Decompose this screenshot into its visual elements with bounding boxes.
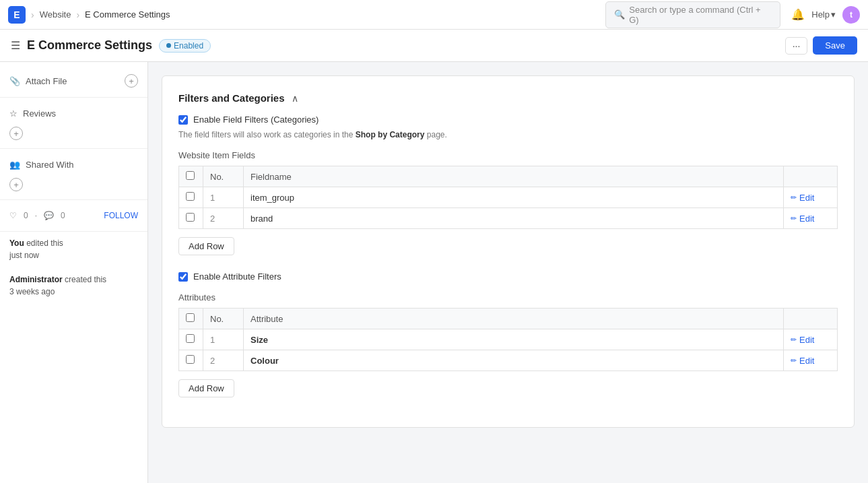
divider-2 (0, 148, 147, 149)
main-content: Filters and Categories ∧ Enable Field Fi… (148, 62, 868, 483)
sidebar: 📎 Attach File + ☆ Reviews + 👥 Shared Wit… (0, 62, 148, 483)
activity-time-1: just now (9, 251, 39, 260)
reviews-add-button[interactable]: + (9, 127, 23, 140)
shared-with-add-row: + (0, 175, 147, 194)
website-item-fields-label: Website Item Fields (178, 150, 838, 160)
item-fields-row: 2 brand ✏Edit (179, 208, 838, 229)
attributes-header-edit (784, 309, 838, 329)
attach-file-label: Attach File (26, 76, 67, 86)
search-icon: 🔍 (614, 9, 625, 20)
item-field-checkbox-0[interactable] (186, 192, 195, 201)
item-fields-select-all[interactable] (186, 171, 195, 180)
attribute-no-0: 1 (203, 329, 244, 350)
shop-by-category-link[interactable]: Shop by Category (356, 130, 425, 139)
page-header-actions: ··· Save (785, 36, 857, 55)
divider-1 (0, 97, 147, 98)
enabled-dot (166, 43, 171, 48)
help-button[interactable]: Help ▾ (811, 9, 836, 20)
menu-icon[interactable]: ☰ (11, 39, 20, 52)
activity-like-row: ♡ 0 · 💬 0 FOLLOW (0, 205, 147, 226)
attributes-label: Attributes (178, 292, 838, 302)
more-options-button[interactable]: ··· (785, 37, 808, 55)
attributes-header-row: No. Attribute (179, 309, 838, 329)
search-bar[interactable]: 🔍 Search or type a command (Ctrl + G) (605, 1, 780, 28)
app-logo: E (8, 6, 26, 24)
enable-field-filters-label: Enable Field Filters (Categories) (193, 115, 319, 125)
section-title: Filters and Categories (178, 92, 285, 104)
body-layout: 📎 Attach File + ☆ Reviews + 👥 Shared Wit… (0, 62, 868, 483)
shared-with-add-button[interactable]: + (9, 178, 23, 191)
attributes-select-all[interactable] (186, 313, 195, 322)
top-navigation: E › Website › E Commerce Settings 🔍 Sear… (0, 0, 868, 30)
attributes-header-attribute: Attribute (244, 309, 784, 329)
attribute-checkbox-1[interactable] (186, 355, 195, 364)
item-field-name-0: item_group (244, 187, 784, 208)
attribute-no-1: 2 (203, 350, 244, 371)
item-fields-header-check (179, 166, 203, 187)
attribute-edit-button-1[interactable]: ✏Edit (791, 356, 814, 366)
enable-field-filters-checkbox[interactable] (178, 115, 188, 125)
item-field-no-0: 1 (203, 187, 244, 208)
attribute-name-1: Colour (244, 350, 784, 371)
avatar[interactable]: t (842, 6, 860, 24)
attribute-row: 1 Size ✏Edit (179, 329, 838, 350)
enable-attribute-filters-label: Enable Attribute Filters (193, 271, 281, 282)
add-attribute-row-button[interactable]: Add Row (178, 379, 234, 397)
activity-action-2: created this (65, 275, 106, 284)
dot-sep: · (35, 211, 37, 220)
filters-categories-card: Filters and Categories ∧ Enable Field Fi… (162, 75, 855, 428)
attribute-name-0: Size (244, 329, 784, 350)
divider-3 (0, 199, 147, 200)
attributes-table: No. Attribute 1 Size ✏Edit 2 Colour ✏Edi… (178, 308, 838, 371)
reviews-label: Reviews (23, 108, 56, 119)
item-fields-header-fieldname: Fieldname (244, 166, 784, 187)
activity-time-2: 3 weeks ago (9, 287, 55, 296)
item-fields-header-row: No. Fieldname (179, 166, 838, 187)
heart-icon: ♡ (9, 211, 17, 220)
item-fields-table: No. Fieldname 1 item_group ✏Edit 2 brand… (178, 166, 838, 229)
attributes-header-no: No. (203, 309, 244, 329)
attribute-row: 2 Colour ✏Edit (179, 350, 838, 371)
section-header: Filters and Categories ∧ (178, 92, 838, 104)
item-field-name-1: brand (244, 208, 784, 229)
comment-count: 0 (61, 211, 65, 220)
notifications-button[interactable]: 🔔 (791, 8, 805, 21)
comment-icon: 💬 (44, 211, 54, 220)
activity-action-1: edited this (26, 238, 63, 248)
item-field-no-1: 2 (203, 208, 244, 229)
activity-log: You edited thisjust now Administrator cr… (0, 237, 147, 298)
field-filter-description: The field filters will also work as cate… (178, 130, 838, 139)
like-count: 0 (24, 211, 28, 220)
reviews-add-row: + (0, 124, 147, 143)
attribute-edit-button-0[interactable]: ✏Edit (791, 335, 814, 345)
attach-add-button[interactable]: + (125, 74, 138, 88)
breadcrumb-sep-2: › (76, 9, 79, 20)
enabled-badge: Enabled (159, 39, 211, 53)
badge-label: Enabled (174, 41, 203, 51)
attach-icon: 📎 (9, 76, 20, 86)
attach-file-row[interactable]: 📎 Attach File + (0, 70, 147, 92)
item-fields-row: 1 item_group ✏Edit (179, 187, 838, 208)
save-button[interactable]: Save (813, 36, 857, 55)
shared-with-label: Shared With (26, 160, 74, 170)
attribute-checkbox-0[interactable] (186, 334, 195, 343)
reviews-section: ☆ Reviews (0, 103, 147, 124)
shared-with-section: 👥 Shared With (0, 154, 147, 175)
activity-user-1: You (9, 238, 24, 248)
attributes-header-check (179, 309, 203, 329)
enable-field-filters-row: Enable Field Filters (Categories) (178, 115, 838, 125)
item-field-edit-button-1[interactable]: ✏Edit (791, 214, 814, 224)
breadcrumb-current: E Commerce Settings (85, 9, 170, 20)
item-field-edit-button-0[interactable]: ✏Edit (791, 193, 814, 203)
page-header: ☰ E Commerce Settings Enabled ··· Save (0, 30, 868, 62)
breadcrumb-website[interactable]: Website (40, 9, 71, 20)
activity-user-2: Administrator (9, 275, 63, 284)
shared-with-icon: 👥 (9, 160, 20, 170)
enable-attribute-filters-checkbox[interactable] (178, 272, 188, 282)
item-fields-header-edit (784, 166, 838, 187)
divider-4 (0, 231, 147, 232)
follow-button[interactable]: FOLLOW (104, 211, 138, 220)
add-item-field-row-button[interactable]: Add Row (178, 237, 234, 255)
chevron-up-icon[interactable]: ∧ (292, 93, 298, 104)
item-field-checkbox-1[interactable] (186, 213, 195, 222)
